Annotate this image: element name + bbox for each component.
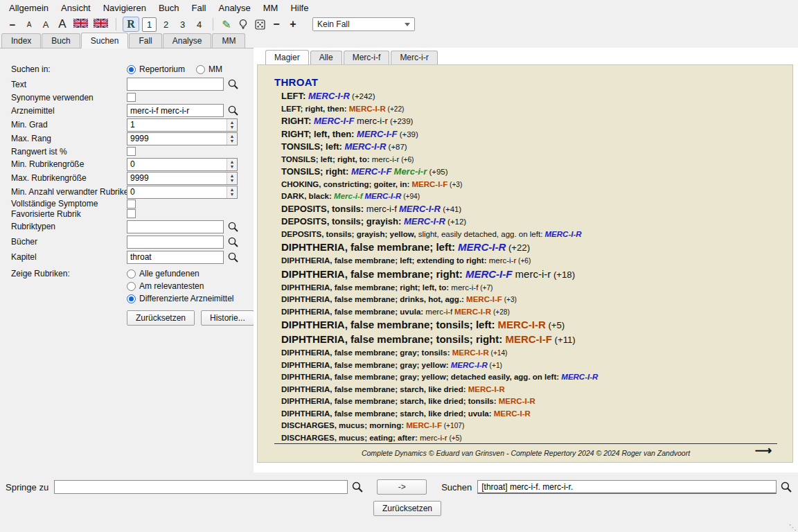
- spinner-buttons[interactable]: ▲▼: [227, 119, 237, 131]
- case-dropdown[interactable]: Kein Fall: [312, 17, 415, 31]
- menu-mm[interactable]: MM: [257, 1, 285, 15]
- min-anzahl-input[interactable]: [127, 186, 227, 198]
- menu-navigieren[interactable]: Navigieren: [97, 1, 152, 15]
- jump-to-input[interactable]: [54, 480, 348, 494]
- rubric-line[interactable]: DIPHTHERIA, false membrane; right: MERC-…: [281, 267, 779, 282]
- zoom-in-button[interactable]: +: [286, 17, 300, 32]
- rubric-line[interactable]: DEPOSITS, tonsils; grayish: MERC-I-R (+1…: [281, 215, 779, 229]
- font-size-small-button[interactable]: A: [22, 17, 36, 32]
- rubric-line[interactable]: TONSILS; right: MERC-I-F Merc-i-r (+95): [281, 166, 779, 179]
- radio-alle-gefundenen[interactable]: Alle gefundenen: [127, 269, 200, 278]
- kapitel-input[interactable]: [127, 251, 224, 264]
- language-flag-icon[interactable]: [73, 18, 88, 30]
- rubric-line[interactable]: TONSILS; left: MERC-I-R (+87): [281, 141, 779, 154]
- vollstaendige-checkbox[interactable]: [127, 200, 136, 209]
- rubric-line[interactable]: DIPHTHERIA, false membrane; uvula: merc-…: [281, 306, 779, 319]
- rubriktypen-input[interactable]: [127, 220, 224, 233]
- rubric-line[interactable]: DEPOSITS, tonsils: merc-i-f MERC-I-R (+4…: [281, 203, 779, 216]
- result-tab-merc-i-r[interactable]: Merc-i-r: [391, 51, 437, 64]
- rubric-line[interactable]: RIGHT; left, then: MERC-I-F (+39): [281, 128, 779, 141]
- rubric-line[interactable]: DIPHTHERIA, false membrane; tonsils; rig…: [281, 332, 779, 347]
- rubric-line[interactable]: LEFT; right, then: MERC-I-R (+22): [281, 103, 779, 116]
- radio-differenzierte[interactable]: Differenzierte Arzneimittel: [127, 294, 234, 303]
- rubric-line[interactable]: DIPHTHERIA, false membrane; tonsils; lef…: [281, 318, 779, 332]
- font-decrease-button[interactable]: −: [6, 17, 19, 32]
- menu-ansicht[interactable]: Ansicht: [55, 1, 97, 15]
- edit-pencil-icon[interactable]: ✎: [220, 17, 233, 32]
- second-language-flag-icon[interactable]: [94, 18, 108, 30]
- rubric-line[interactable]: DIPHTHERIA, false membrane; starch, like…: [281, 408, 779, 420]
- tab-index[interactable]: Index: [1, 33, 41, 48]
- search-icon[interactable]: [780, 481, 792, 493]
- max-rubrik-input[interactable]: [127, 172, 227, 184]
- rubric-line[interactable]: DIPHTHERIA, false membrane; drinks, hot,…: [281, 294, 779, 306]
- repertory-view-button[interactable]: R: [123, 17, 139, 32]
- result-tab-merc-i-f[interactable]: Merc-i-f: [344, 51, 390, 64]
- tab-buch[interactable]: Buch: [42, 33, 80, 48]
- search-icon[interactable]: [227, 78, 239, 90]
- radio-repertorium[interactable]: Repertorium: [127, 64, 185, 74]
- history-button[interactable]: Historie...: [201, 310, 254, 326]
- result-tab-alle[interactable]: Alle: [310, 51, 342, 64]
- tab-mm[interactable]: MM: [212, 33, 245, 48]
- min-grad-input[interactable]: [127, 119, 227, 131]
- next-page-arrow[interactable]: ⟶: [755, 443, 772, 458]
- rubric-line[interactable]: CHOKING, constricting; goiter, in: MERC-…: [281, 179, 779, 191]
- rubric-line[interactable]: DIPHTHERIA, false membrane; starch, like…: [281, 384, 779, 396]
- rubric-line[interactable]: RIGHT: MERC-I-F merc-i-r (+239): [281, 115, 779, 128]
- goto-search-button[interactable]: ->: [377, 479, 427, 495]
- rangwert-checkbox[interactable]: [127, 147, 136, 156]
- rubric-line[interactable]: DIPHTHERIA, false membrane; gray; yellow…: [281, 371, 779, 384]
- grade-3-button[interactable]: 3: [175, 17, 190, 32]
- tab-analyse[interactable]: Analyse: [163, 33, 212, 48]
- rubric-line[interactable]: DIPHTHERIA, false membrane; gray; tonsil…: [281, 347, 779, 360]
- radio-am-relevantesten[interactable]: Am relevantesten: [127, 281, 204, 291]
- zoom-out-button[interactable]: −: [269, 17, 283, 32]
- favorisierte-checkbox[interactable]: [127, 209, 136, 218]
- rubric-line[interactable]: DIPHTHERIA, false membrane; right; left,…: [281, 282, 779, 294]
- max-rang-input[interactable]: [127, 133, 227, 145]
- spinner-buttons[interactable]: ▲▼: [227, 159, 237, 170]
- synonyme-checkbox[interactable]: [127, 93, 136, 102]
- search-icon[interactable]: [227, 236, 239, 248]
- rubric-line[interactable]: DIPHTHERIA, false membrane; gray; yellow…: [281, 360, 779, 372]
- font-size-large-button[interactable]: A: [55, 17, 69, 32]
- search-icon[interactable]: [227, 251, 239, 263]
- rubric-line[interactable]: TONSILS; left; right, to: merc-i-r (+6): [281, 154, 779, 166]
- rubric-line[interactable]: DEPOSITS, tonsils; grayish; yellow, slig…: [281, 229, 779, 241]
- rubric-line[interactable]: DISCHARGES, mucus; morning: MERC-I-F (+1…: [281, 420, 779, 432]
- search-icon[interactable]: [351, 481, 364, 493]
- result-tab-magier[interactable]: Magier: [265, 50, 309, 64]
- rubric-line[interactable]: DIPHTHERIA, false membrane; left; extend…: [281, 255, 779, 267]
- font-size-medium-button[interactable]: A: [39, 17, 53, 32]
- reset-form-button[interactable]: Zurücksetzen: [127, 310, 195, 326]
- rubric-line[interactable]: DISCHARGES, mucus; eating; after: merc-i…: [281, 432, 779, 445]
- grade-2-button[interactable]: 2: [159, 17, 173, 32]
- spinner-buttons[interactable]: ▲▼: [227, 172, 237, 184]
- spinner-buttons[interactable]: ▲▼: [227, 133, 237, 145]
- lamp-icon[interactable]: [236, 17, 250, 32]
- spinner-buttons[interactable]: ▲▼: [227, 186, 237, 198]
- grade-1-button[interactable]: 1: [142, 17, 157, 32]
- resize-grip[interactable]: ⋱: [789, 523, 797, 532]
- tab-suchen[interactable]: Suchen: [81, 33, 129, 48]
- reset-search-button[interactable]: Zurücksetzen: [373, 501, 441, 516]
- rubric-line[interactable]: DIPHTHERIA, false membrane; starch, like…: [281, 396, 779, 408]
- menu-buch[interactable]: Buch: [152, 1, 186, 15]
- menu-allgemein[interactable]: Allgemein: [3, 1, 55, 15]
- rubric-line[interactable]: LEFT: MERC-I-R (+242): [281, 90, 779, 103]
- rubric-line[interactable]: DIPHTHERIA, false membrane; left: MERC-I…: [281, 240, 779, 255]
- search-icon[interactable]: [227, 221, 239, 233]
- arzneimittel-input[interactable]: [127, 104, 224, 117]
- text-search-input[interactable]: [127, 78, 224, 91]
- rubric-line[interactable]: DARK, black: Merc-i-f MERC-I-R (+94): [281, 190, 779, 203]
- radio-mm[interactable]: MM: [196, 64, 222, 74]
- tab-fall[interactable]: Fall: [129, 33, 161, 48]
- min-rubrik-input[interactable]: [127, 159, 227, 170]
- buecher-input[interactable]: [127, 236, 224, 249]
- search-query-input[interactable]: [477, 480, 777, 494]
- menu-hilfe[interactable]: Hilfe: [284, 1, 314, 15]
- menu-analyse[interactable]: Analyse: [212, 1, 256, 15]
- menu-fall[interactable]: Fall: [186, 1, 213, 15]
- search-icon[interactable]: [227, 105, 239, 116]
